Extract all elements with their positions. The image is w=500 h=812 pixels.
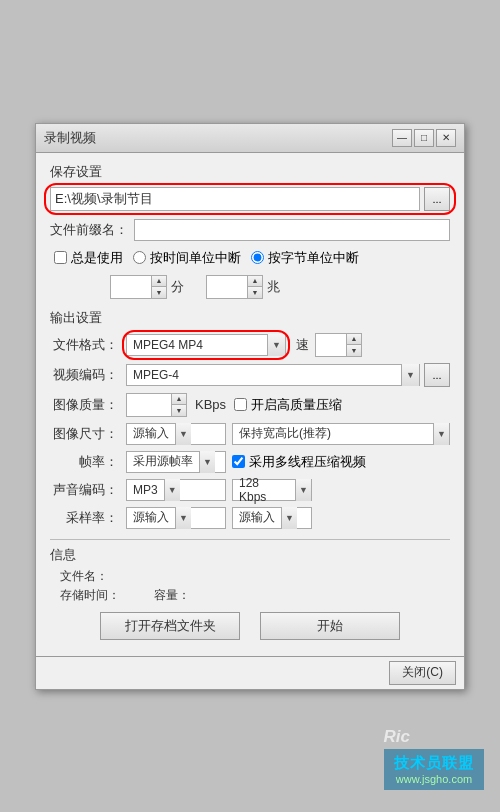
byte-break-label: 按字节单位中断 [268, 249, 359, 267]
aspect-arrow[interactable]: ▼ [433, 423, 449, 445]
filename-row: 文件名： [60, 568, 450, 585]
path-input[interactable] [50, 187, 420, 211]
time-break-label: 按时间单位中断 [150, 249, 241, 267]
format-dropdown[interactable]: MPEG4 MP4 ▼ [126, 334, 286, 356]
audio-codec-arrow[interactable]: ▼ [164, 479, 180, 501]
minutes-down[interactable]: ▼ [152, 287, 166, 298]
dialog-window: 录制视频 — □ ✕ 保存设置 ... 文件前缀名： 总是使用 [35, 123, 465, 690]
size-dropdown[interactable]: 源输入 ▼ [126, 423, 226, 445]
info-section: 信息 文件名： 存储时间： 容量： [50, 539, 450, 604]
filename-label: 文件名： [60, 568, 108, 585]
byte-break-radio[interactable]: 按字节单位中断 [251, 249, 359, 267]
multithread-checkbox[interactable]: 采用多线程压缩视频 [232, 453, 366, 471]
mb-down[interactable]: ▼ [248, 287, 262, 298]
sample-arrow2[interactable]: ▼ [281, 507, 297, 529]
quality-input[interactable]: 2000 [127, 394, 171, 416]
video-codec-dropdown[interactable]: MPEG-4 ▼ [126, 364, 420, 386]
dialog-title: 录制视频 [44, 129, 96, 147]
size-value: 源输入 [127, 423, 175, 444]
maximize-button[interactable]: □ [414, 129, 434, 147]
storage-row: 存储时间： 容量： [60, 587, 450, 604]
speed-label: 速 [296, 336, 309, 354]
open-folder-button[interactable]: 打开存档文件夹 [100, 612, 240, 640]
speed-up[interactable]: ▲ [347, 334, 361, 345]
fps-arrow[interactable]: ▼ [199, 451, 215, 473]
storage-label: 存储时间： [60, 587, 120, 604]
prefix-label: 文件前缀名： [50, 221, 128, 239]
watermark-brand: 技术员联盟 [394, 754, 474, 773]
fps-label: 帧率： [50, 453, 118, 471]
always-use-checkbox[interactable]: 总是使用 [54, 249, 123, 267]
mb-arrows: ▲ ▼ [247, 276, 262, 298]
time-break-radio[interactable]: 按时间单位中断 [133, 249, 241, 267]
fps-dropdown[interactable]: 采用源帧率 ▼ [126, 451, 226, 473]
speed-spinbox: 1 ▲ ▼ [315, 333, 362, 357]
video-codec-browse[interactable]: ... [424, 363, 450, 387]
path-browse-button[interactable]: ... [424, 187, 450, 211]
format-dropdown-wrapper: MPEG4 MP4 ▼ [126, 334, 286, 356]
hq-compress-checkbox[interactable]: 开启高质量压缩 [234, 396, 342, 414]
mb-unit: 兆 [267, 278, 280, 296]
format-dropdown-arrow[interactable]: ▼ [267, 334, 285, 356]
always-use-input[interactable] [54, 251, 67, 264]
mb-group: 500 ▲ ▼ 兆 [206, 275, 286, 299]
quality-spinbox: 2000 ▲ ▼ [126, 393, 187, 417]
video-codec-value: MPEG-4 [127, 366, 401, 384]
minutes-input[interactable]: 60 [111, 276, 151, 298]
minimize-button[interactable]: — [392, 129, 412, 147]
byte-break-input[interactable] [251, 251, 264, 264]
minutes-up[interactable]: ▲ [152, 276, 166, 287]
bitrate-arrow[interactable]: ▼ [295, 479, 311, 501]
quality-row: 图像质量： 2000 ▲ ▼ KBps 开启高质量压缩 [50, 393, 450, 417]
bitrate-dropdown[interactable]: 128 Kbps ▼ [232, 479, 312, 501]
close-dialog-button[interactable]: 关闭(C) [389, 661, 456, 685]
mb-up[interactable]: ▲ [248, 276, 262, 287]
sample-value: 源输入 [127, 507, 175, 528]
save-settings-title: 保存设置 [50, 163, 450, 181]
size-label: 图像尺寸： [50, 425, 118, 443]
fps-value: 采用源帧率 [127, 451, 199, 472]
minutes-spinbox: 60 ▲ ▼ [110, 275, 167, 299]
sample-dropdown2[interactable]: 源输入 ▼ [232, 507, 312, 529]
video-codec-label: 视频编码： [50, 366, 118, 384]
speed-input[interactable]: 1 [316, 334, 346, 356]
format-label: 文件格式： [50, 336, 118, 354]
quality-down[interactable]: ▼ [172, 405, 186, 416]
multithread-input[interactable] [232, 455, 245, 468]
sample-label: 采样率： [50, 509, 118, 527]
sample-dropdown[interactable]: 源输入 ▼ [126, 507, 226, 529]
minutes-unit: 分 [171, 278, 184, 296]
size-row: 图像尺寸： 源输入 ▼ 保持宽高比(推荐) ▼ [50, 423, 450, 445]
quality-up[interactable]: ▲ [172, 394, 186, 405]
speed-arrows: ▲ ▼ [346, 334, 361, 356]
title-bar: 录制视频 — □ ✕ [36, 124, 464, 153]
sample-arrow[interactable]: ▼ [175, 507, 191, 529]
audio-codec-row: 声音编码： MP3 ▼ 128 Kbps ▼ [50, 479, 450, 501]
bottom-bar: 关闭(C) [36, 656, 464, 689]
quality-label: 图像质量： [50, 396, 118, 414]
hq-compress-input[interactable] [234, 398, 247, 411]
format-dropdown-text: MPEG4 MP4 [127, 336, 267, 354]
fps-row: 帧率： 采用源帧率 ▼ 采用多线程压缩视频 [50, 451, 450, 473]
radio-row: 总是使用 按时间单位中断 按字节单位中断 [50, 249, 450, 267]
start-button[interactable]: 开始 [260, 612, 400, 640]
video-codec-arrow[interactable]: ▼ [401, 364, 419, 386]
speed-down[interactable]: ▼ [347, 345, 361, 356]
always-use-label: 总是使用 [71, 249, 123, 267]
aspect-value: 保持宽高比(推荐) [233, 423, 433, 444]
watermark-ric: Ric [384, 727, 410, 747]
prefix-row: 文件前缀名： [50, 219, 450, 241]
sample-row: 采样率： 源输入 ▼ 源输入 ▼ [50, 507, 450, 529]
close-button[interactable]: ✕ [436, 129, 456, 147]
mb-input[interactable]: 500 [207, 276, 247, 298]
size-arrow[interactable]: ▼ [175, 423, 191, 445]
audio-codec-value: MP3 [127, 481, 164, 499]
prefix-input[interactable] [134, 219, 450, 241]
format-row: 文件格式： MPEG4 MP4 ▼ 速 1 ▲ ▼ [50, 333, 450, 357]
aspect-dropdown[interactable]: 保持宽高比(推荐) ▼ [232, 423, 450, 445]
minutes-arrows: ▲ ▼ [151, 276, 166, 298]
action-buttons: 打开存档文件夹 开始 [50, 612, 450, 640]
audio-codec-dropdown[interactable]: MP3 ▼ [126, 479, 226, 501]
time-break-input[interactable] [133, 251, 146, 264]
watermark: 技术员联盟 www.jsgho.com [384, 749, 484, 790]
